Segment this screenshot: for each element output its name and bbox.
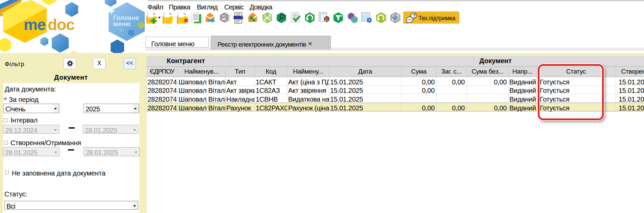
svg-text:?: ? <box>413 13 416 18</box>
svg-text:doc: doc <box>48 16 74 33</box>
svg-text:меню: меню <box>113 20 131 27</box>
svg-text:me: me <box>24 16 46 33</box>
